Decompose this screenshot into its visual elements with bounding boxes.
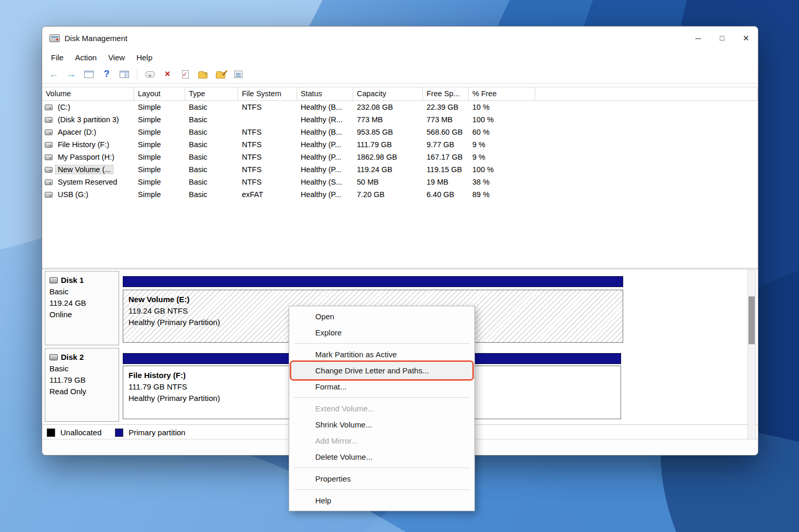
- scrollbar-track[interactable]: [748, 270, 756, 440]
- pencil-icon: [222, 70, 227, 75]
- disk-state: Read Only: [49, 386, 114, 397]
- status-bubble-button[interactable]: [143, 67, 157, 82]
- cell-type: Basic: [185, 113, 238, 126]
- cell-type: Basic: [185, 151, 238, 163]
- cell-pct-free: 9 %: [469, 151, 535, 163]
- action-pane-button[interactable]: [117, 67, 132, 82]
- menu-action[interactable]: Action: [69, 50, 102, 64]
- table-row[interactable]: My Passport (H:) Simple Basic NTFS Healt…: [42, 151, 758, 163]
- volume-icon: [45, 192, 53, 198]
- volume-icon: [45, 129, 53, 135]
- table-row[interactable]: Apacer (D:) Simple Basic NTFS Healthy (B…: [42, 126, 758, 138]
- cell-pct-free: 100 %: [469, 113, 535, 126]
- table-row[interactable]: File History (F:) Simple Basic NTFS Heal…: [42, 138, 758, 151]
- cell-capacity: 1862.98 GB: [353, 151, 423, 163]
- column-header-volume[interactable]: Volume: [42, 87, 134, 101]
- cell-layout: Simple: [134, 163, 185, 176]
- minimize-button[interactable]: ─: [686, 27, 710, 49]
- console-tree-button[interactable]: [82, 67, 96, 82]
- column-header-layout[interactable]: Layout: [134, 87, 185, 101]
- forward-button[interactable]: →: [64, 67, 79, 82]
- cell-capacity: 773 MB: [353, 113, 423, 126]
- menu-item-extend-volume: Extend Volume...: [289, 400, 474, 417]
- disk-state: Online: [49, 309, 114, 320]
- cell-pct-free: 100 %: [469, 163, 535, 176]
- cell-status: Healthy (B...: [297, 101, 353, 113]
- cell-free: 9.77 GB: [423, 138, 469, 151]
- menu-item-mark-partition-active[interactable]: Mark Partition as Active: [289, 346, 474, 362]
- help-icon: ?: [104, 69, 110, 80]
- back-button[interactable]: ←: [46, 67, 61, 82]
- column-header-type[interactable]: Type: [185, 87, 238, 101]
- folder-up-icon: ↑: [198, 72, 208, 79]
- cell-free: 22.39 GB: [423, 101, 469, 113]
- mark-active-button[interactable]: ✓: [178, 67, 192, 82]
- cell-status: Healthy (P...: [297, 163, 353, 176]
- disk1-partition-color-bar: [123, 276, 623, 287]
- menu-item-change-drive-letter-and-paths[interactable]: Change Drive Letter and Paths...: [289, 362, 474, 379]
- delete-volume-button[interactable]: ×: [160, 67, 175, 82]
- context-menu: Open Explore Mark Partition as Active Ch…: [289, 306, 475, 511]
- column-header-filler: [535, 87, 758, 101]
- column-header-pct-free[interactable]: % Free: [469, 87, 535, 101]
- column-header-filesystem[interactable]: File System: [238, 87, 297, 101]
- menu-view[interactable]: View: [102, 50, 131, 64]
- cell-fs: NTFS: [238, 126, 297, 138]
- cell-pct-free: 10 %: [469, 101, 535, 113]
- close-button[interactable]: ×: [734, 27, 758, 49]
- menu-item-delete-volume[interactable]: Delete Volume...: [289, 449, 474, 465]
- menu-help[interactable]: Help: [131, 50, 158, 64]
- legend-swatch-unallocated: [47, 429, 55, 437]
- disk-type: Basic: [49, 286, 114, 297]
- volume-name: System Reserved: [56, 178, 119, 186]
- cell-status: Healthy (B...: [297, 126, 353, 138]
- menu-separator: [294, 397, 470, 398]
- table-row[interactable]: USB (G:) Simple Basic exFAT Healthy (P..…: [42, 188, 758, 201]
- explore-folder-button[interactable]: [213, 67, 228, 82]
- menu-item-add-mirror: Add Mirror...: [289, 433, 474, 449]
- forward-icon: →: [67, 69, 76, 80]
- volume-name: USB (G:): [56, 190, 91, 199]
- cell-layout: Simple: [134, 138, 185, 151]
- menu-item-explore[interactable]: Explore: [289, 325, 474, 341]
- column-header-status[interactable]: Status: [297, 87, 353, 101]
- cell-type: Basic: [185, 163, 238, 176]
- cell-pct-free: 9 %: [469, 138, 535, 151]
- title-bar[interactable]: Disk Management ─ □ ×: [42, 27, 758, 49]
- cell-free: 568.60 GB: [423, 126, 469, 138]
- menu-item-help[interactable]: Help: [289, 492, 474, 509]
- table-row[interactable]: (C:) Simple Basic NTFS Healthy (B... 232…: [42, 101, 758, 113]
- volume-icon: [45, 142, 53, 148]
- cell-capacity: 111.79 GB: [353, 138, 423, 151]
- document-icon: ✓: [182, 70, 189, 79]
- menu-item-open[interactable]: Open: [289, 308, 474, 325]
- open-folder-button[interactable]: ↑: [196, 67, 210, 82]
- menu-item-shrink-volume[interactable]: Shrink Volume...: [289, 417, 474, 433]
- disk-type: Basic: [49, 363, 114, 374]
- table-row-selected[interactable]: New Volume (... Simple Basic NTFS Health…: [42, 163, 758, 176]
- disk2-info-box[interactable]: Disk 2 Basic 111.79 GB Read Only: [45, 348, 119, 422]
- column-header-free-space[interactable]: Free Sp...: [423, 87, 469, 101]
- disk-management-app-icon: [49, 34, 60, 42]
- pane-splitter[interactable]: [42, 268, 758, 269]
- cell-capacity: 119.24 GB: [353, 163, 423, 176]
- disk1-info-box[interactable]: Disk 1 Basic 119.24 GB Online: [45, 271, 119, 345]
- toolbar-separator: [137, 69, 137, 80]
- cell-status: Healthy (S...: [297, 176, 353, 188]
- properties-button[interactable]: [231, 67, 246, 82]
- menu-separator: [294, 343, 470, 344]
- table-row[interactable]: (Disk 3 partition 3) Simple Basic Health…: [42, 113, 758, 126]
- menu-item-format[interactable]: Format...: [289, 379, 474, 395]
- menu-separator: [294, 468, 470, 468]
- scrollbar-thumb[interactable]: [749, 296, 755, 344]
- maximize-button[interactable]: □: [710, 27, 734, 49]
- minimize-icon: ─: [695, 34, 701, 43]
- close-icon: ×: [743, 32, 749, 44]
- menu-item-properties[interactable]: Properties: [289, 471, 474, 487]
- help-button[interactable]: ?: [99, 67, 114, 82]
- menu-file[interactable]: File: [45, 50, 69, 64]
- properties-list-icon: [234, 71, 242, 78]
- cell-free: 773 MB: [423, 113, 469, 126]
- column-header-capacity[interactable]: Capacity: [353, 87, 423, 101]
- table-row[interactable]: System Reserved Simple Basic NTFS Health…: [42, 176, 758, 188]
